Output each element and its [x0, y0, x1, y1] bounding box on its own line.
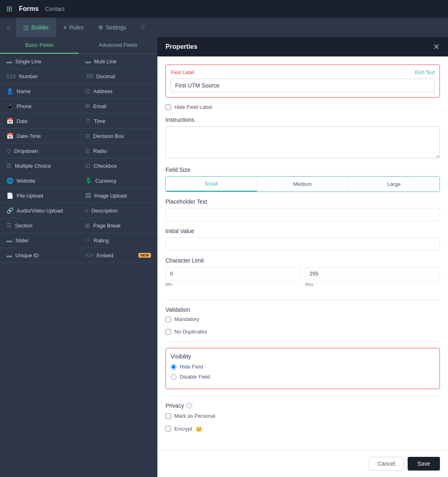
field-currency[interactable]: 💲 Currency [79, 173, 157, 188]
field-label-slider: Slider [15, 237, 29, 244]
field-date[interactable]: 📅 Date [0, 114, 79, 129]
phone-icon: 📱 [6, 103, 13, 109]
field-rating[interactable]: ☆ Rating [79, 233, 157, 248]
field-image-upload[interactable]: 🖼 Image Upload [79, 188, 157, 203]
app-icon: ⊞ [6, 4, 13, 13]
field-decimal[interactable]: .00 Decimal [79, 69, 157, 84]
min-label: Min [165, 282, 300, 287]
visibility-section: Visibility Hide Field Disable Field [165, 348, 440, 389]
encrypt-row: Encrypt 👑 [165, 425, 440, 432]
mark-as-personal-row: Mark as Personal [165, 413, 440, 419]
builder-icon: ◫ [23, 24, 29, 31]
validation-label: Validation [165, 306, 440, 313]
size-small-button[interactable]: Small [166, 177, 257, 192]
char-limit-min-input[interactable] [165, 267, 300, 280]
visibility-title: Visibility [171, 353, 435, 360]
field-file-upload[interactable]: 📄 File Upload [0, 188, 79, 203]
initial-value-input[interactable] [165, 237, 440, 251]
panel-header: Properties ✕ [157, 37, 448, 56]
encrypt-label: Encrypt [174, 426, 192, 432]
field-label-email: Email [93, 103, 107, 109]
hide-field-label-text: Hide Field Label [174, 104, 212, 110]
app-title: Forms [19, 5, 39, 12]
char-sub-labels: Min Max [165, 282, 440, 293]
hide-field-label-row: Hide Field Label [165, 104, 440, 110]
save-button[interactable]: Save [408, 457, 440, 471]
main-area: Basic Fields Advanced Fields ▬ Single Li… [0, 37, 448, 477]
nav-settings[interactable]: ⚙ Settings [91, 18, 134, 37]
field-checkbox[interactable]: ☑ Checkbox [79, 158, 157, 173]
multi-line-icon: ▬ [85, 58, 91, 65]
mark-as-personal-checkbox[interactable] [165, 413, 171, 419]
size-large-button[interactable]: Large [348, 177, 440, 192]
field-label-page-break: Page Break [93, 223, 121, 229]
embed-badge: NEW [138, 253, 151, 258]
field-website[interactable]: 🌐 Website [0, 173, 79, 188]
size-medium-button[interactable]: Medium [257, 177, 348, 192]
field-audio-video[interactable]: 🔗 Audio/Video Upload [0, 203, 79, 218]
close-button[interactable]: ✕ [433, 43, 440, 51]
disable-field-radio[interactable] [171, 374, 176, 380]
character-limit-row [165, 267, 440, 280]
privacy-header: Privacy i [165, 402, 440, 409]
placeholder-text-input[interactable] [165, 208, 440, 221]
field-page-break[interactable]: ⊞ Page Break [79, 218, 157, 233]
character-limit-label: Character Limit [165, 257, 440, 264]
field-date-time[interactable]: 📅 Date-Time [0, 129, 79, 144]
field-multiple-choice[interactable]: ☰ Multiple Choice [0, 158, 79, 173]
field-address[interactable]: ⊡ Address [79, 84, 157, 99]
no-duplicates-checkbox[interactable] [165, 329, 171, 335]
field-embed[interactable]: </> Embed NEW [79, 248, 157, 263]
audio-video-icon: 🔗 [6, 207, 13, 214]
field-label-input[interactable] [171, 79, 435, 92]
field-name[interactable]: 👤 Name [0, 84, 79, 99]
hide-field-label-checkbox[interactable] [165, 104, 171, 110]
nav-rules[interactable]: ≡ Rules [56, 18, 91, 37]
field-unique-id[interactable]: ▬ Unique ID [0, 248, 79, 263]
nav-home[interactable]: ⌂ [0, 18, 16, 37]
nav-more[interactable]: ♡ [134, 18, 153, 37]
field-radio[interactable]: ⊙ Radio [79, 144, 157, 158]
field-label-embed: Embed [96, 252, 113, 258]
field-size-group: Small Medium Large [165, 176, 440, 192]
tab-advanced-fields[interactable]: Advanced Fields [79, 37, 157, 54]
instructions-textarea[interactable] [165, 126, 440, 158]
field-description[interactable]: ≈ Description [79, 203, 157, 218]
field-label-phone: Phone [17, 103, 32, 109]
dropdown-icon: ▽ [6, 148, 11, 154]
field-multi-line[interactable]: ▬ Multi Line [79, 54, 157, 69]
field-label-number: Number [19, 73, 38, 79]
name-icon: 👤 [6, 88, 13, 94]
field-number[interactable]: 123 Number [0, 69, 79, 84]
field-dropdown[interactable]: ▽ Dropdown [0, 144, 79, 158]
field-label-currency: Currency [95, 178, 117, 184]
encrypt-checkbox[interactable] [165, 426, 171, 431]
field-email[interactable]: ✉ Email [79, 99, 157, 114]
slider-icon: ▬ [6, 237, 12, 244]
contact-label: Contact [45, 6, 65, 12]
tab-basic-fields[interactable]: Basic Fields [0, 37, 79, 54]
field-label-date-time: Date-Time [17, 133, 41, 139]
disable-field-row: Disable Field [171, 374, 435, 380]
embed-icon: </> [85, 252, 93, 258]
cancel-button[interactable]: Cancel [369, 457, 404, 471]
field-slider[interactable]: ▬ Slider [0, 233, 79, 248]
nav-builder[interactable]: ◫ Builder [16, 18, 56, 37]
hide-field-row: Hide Field [171, 364, 435, 370]
page-break-icon: ⊞ [85, 222, 90, 229]
field-size-label: Field Size [165, 167, 440, 173]
divider-3 [165, 396, 440, 396]
field-time[interactable]: ⏱ Time [79, 114, 157, 129]
info-icon[interactable]: i [186, 403, 192, 408]
field-section[interactable]: ☰ Section [0, 218, 79, 233]
hide-field-radio[interactable] [171, 364, 176, 370]
field-label-radio: Radio [93, 148, 107, 154]
hide-field-label: Hide Field [180, 364, 203, 370]
char-limit-max-input[interactable] [305, 267, 440, 280]
field-single-line[interactable]: ▬ Single Line [0, 54, 79, 69]
field-phone[interactable]: 📱 Phone [0, 99, 79, 114]
field-decision-box[interactable]: ⊡ Decision Box [79, 129, 157, 144]
rich-text-link[interactable]: Rich Text [415, 70, 435, 75]
field-label-decision-box: Decision Box [93, 133, 124, 139]
mandatory-checkbox[interactable] [165, 317, 171, 322]
